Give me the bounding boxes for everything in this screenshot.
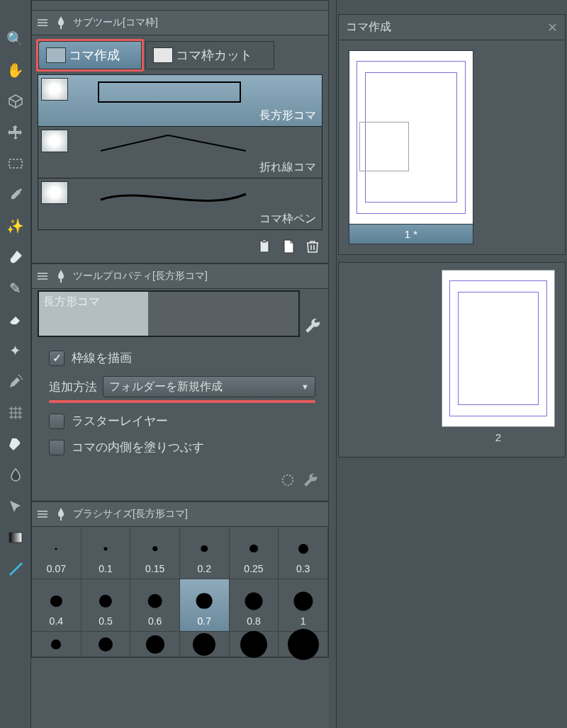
brush-size-cell[interactable]: 1 [279,579,328,632]
tab-label: コマ作成 [69,47,120,64]
sparkle-tool-icon[interactable]: ✦ [5,340,26,361]
svg-rect-20 [60,516,62,521]
wrench-icon[interactable] [301,471,320,489]
droplet-tool-icon[interactable] [5,465,26,486]
trash-icon[interactable] [303,237,322,256]
brush-dot-icon [240,631,267,658]
gradient-swatch-icon[interactable] [5,527,26,548]
subtool-item-polyline[interactable]: 折れ線コマ [38,126,322,178]
brush-size-cell[interactable]: 0.2 [180,527,230,579]
marquee-tool-icon[interactable] [5,153,26,174]
brush-size-cell[interactable] [279,632,328,657]
refresh-icon[interactable] [279,471,297,489]
brush-size-cell[interactable] [180,632,230,657]
brush-size-cell[interactable] [32,632,82,657]
brush-dot-icon [193,633,215,656]
svg-point-1 [20,376,21,377]
brush-size-label: 0.25 [244,563,263,574]
navigator-header: コマ作成 ✕ [339,15,565,40]
svg-rect-7 [38,25,47,26]
brush-dot-icon [99,637,113,652]
brush-dot-icon [147,593,162,608]
svg-point-16 [283,475,293,486]
page-caption: 1 * [349,224,473,244]
wand-tool-icon[interactable]: ✨ [5,215,26,237]
eyedropper-tool-icon[interactable] [5,184,26,205]
brushsize-panel-header: ブラシサイズ[長方形コマ] [31,501,329,527]
svg-rect-9 [99,82,240,102]
add-method-label: 追加方法 [49,379,97,395]
subtool-item-rect[interactable]: 長方形コマ [38,74,322,127]
move-tool-icon[interactable] [5,122,26,143]
subtool-label: 長方形コマ [259,108,316,123]
brush-size-cell[interactable]: 0.7 [180,579,230,632]
brush-size-cell[interactable]: 0.1 [82,527,131,579]
brush-size-label: 0.07 [47,563,66,574]
select-path-tool-icon[interactable] [5,496,26,517]
airbrush-tool-icon[interactable] [5,371,26,392]
brush-size-cell[interactable]: 0.15 [130,527,180,579]
brush-size-cell[interactable]: 0.3 [279,527,328,579]
brush-size-cell[interactable] [230,632,279,657]
checkbox-raster-layer[interactable]: ラスターレイヤー [49,413,315,429]
brush-size-cell[interactable]: 0.6 [130,579,180,632]
checkbox-draw-border[interactable]: ✓ 枠線を描画 [49,350,315,366]
panel-menu-icon[interactable] [36,270,49,283]
brush-size-cell[interactable]: 0.5 [82,579,131,632]
blend-tool-icon[interactable] [5,433,26,455]
brush-dot-icon [293,591,313,610]
brush-tool-icon[interactable] [5,246,26,268]
pencil-tool-icon[interactable]: ✎ [5,278,26,299]
brush-size-label: 1 [301,615,306,627]
cube-tool-icon[interactable] [5,91,26,112]
annotation-underline [49,400,315,403]
panel-menu-icon[interactable] [36,508,49,521]
svg-point-3 [18,375,20,376]
wrench-icon[interactable] [303,316,322,336]
panel-column: サブツール[コマ枠] コマ作成 コマ枠カット 長方形コマ [31,0,329,728]
brush-dot-icon [55,547,57,550]
zoom-tool-icon[interactable]: 🔍 [5,28,26,50]
dropdown-value: フォルダーを新規作成 [109,380,223,394]
checkbox-icon [49,414,64,429]
brush-size-label: 0.1 [99,563,112,574]
navigator-panel-secondary: 2 [338,262,566,457]
mesh-tool-icon[interactable] [5,402,26,423]
svg-rect-18 [38,513,47,515]
brush-size-cell[interactable]: 0.4 [32,579,82,632]
subtool-tabs: コマ作成 コマ枠カット [31,35,329,75]
subtool-preview [71,78,322,108]
tab-frame-cut[interactable]: コマ枠カット [145,41,274,69]
brush-size-cell[interactable] [130,632,180,657]
brush-dot-icon [99,594,112,607]
new-page-icon[interactable] [279,237,298,256]
brush-size-cell[interactable] [82,632,131,657]
tab-frame-create[interactable]: コマ作成 [38,41,142,69]
hand-tool-icon[interactable]: ✋ [5,59,26,81]
navigator-thumb-area: 1 * [339,40,565,254]
clipboard-icon[interactable] [254,237,274,256]
frame-cut-icon [153,47,173,63]
brush-dot-icon [245,592,262,610]
eraser-tool-icon[interactable] [5,309,26,330]
checkbox-fill-inside[interactable]: コマの内側を塗りつぶす [49,439,315,455]
subtool-item-pen[interactable]: コマ枠ペン [38,178,322,230]
add-method-dropdown[interactable]: フォルダーを新規作成 ▼ [103,376,315,397]
page-thumbnail-2[interactable]: 2 [442,270,555,447]
brush-icon [53,506,69,522]
subtool-footer [32,230,328,263]
brush-size-label: 0.2 [198,563,211,574]
close-icon[interactable]: ✕ [547,20,558,35]
page-thumbnail-1[interactable]: 1 * [349,50,473,244]
brush-size-grid: 0.070.10.150.20.250.30.40.50.60.70.81 [31,527,329,658]
tab-label: コマ枠カット [176,47,252,64]
svg-rect-12 [38,273,47,274]
brush-size-cell[interactable]: 0.25 [230,527,279,579]
brush-size-cell[interactable]: 0.07 [32,527,82,579]
ruler-tool-icon[interactable] [5,558,26,579]
panel-menu-icon[interactable] [36,16,49,29]
brush-size-cell[interactable]: 0.8 [230,579,279,632]
svg-rect-8 [60,25,62,29]
brush-size-label: 0.3 [296,563,310,574]
page-canvas [349,50,473,224]
